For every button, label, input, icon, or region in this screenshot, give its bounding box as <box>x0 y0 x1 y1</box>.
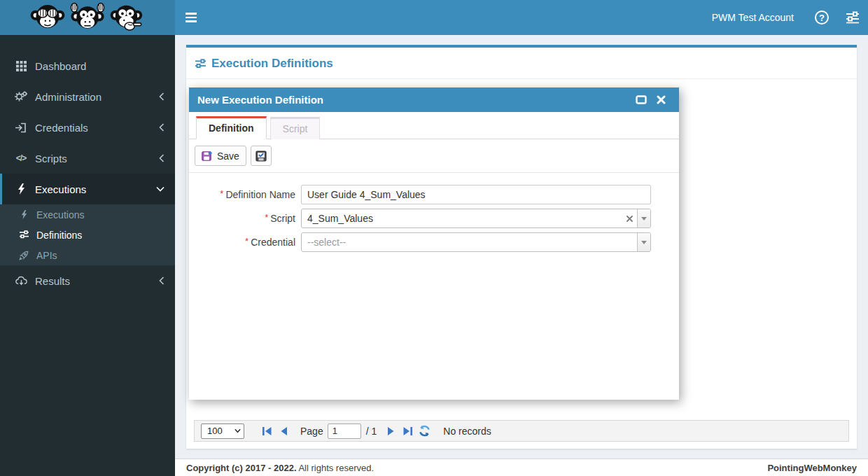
monkey-pointing-icon <box>109 2 146 33</box>
modal-toolbar: Save <box>189 139 679 173</box>
refresh-button[interactable] <box>417 424 431 439</box>
sidebar-item-label: Dashboard <box>35 60 164 72</box>
help-button[interactable]: ? <box>806 0 837 35</box>
sidebar: Dashboard Administration <box>0 35 175 476</box>
new-execution-definition-modal: New Execution Definition Definition Scri… <box>189 88 679 400</box>
page-title: Execution Definitions <box>211 57 333 71</box>
sidebar-subitem-label: APIs <box>36 250 164 261</box>
save-check-icon <box>255 150 267 162</box>
sidebar-item-results[interactable]: Results <box>0 265 175 296</box>
records-status: No records <box>443 426 491 437</box>
chevron-down-icon <box>641 217 647 220</box>
sliders-icon <box>195 59 206 69</box>
grid-icon <box>13 61 29 71</box>
executions-submenu: Executions Definitions <box>0 204 175 265</box>
settings-button[interactable] <box>837 0 868 35</box>
credential-combobox[interactable]: --select-- <box>301 232 651 252</box>
code-icon: </> <box>13 153 29 163</box>
page-number-input[interactable] <box>328 424 361 439</box>
chevron-left-icon <box>159 154 164 162</box>
rocket-icon <box>17 251 31 260</box>
save-and-close-button[interactable] <box>251 146 272 166</box>
close-button[interactable] <box>651 90 671 110</box>
content-area: Execution Definitions New Execution Defi… <box>175 35 868 458</box>
tab-script[interactable]: Script <box>270 117 321 139</box>
chevron-left-icon <box>159 92 164 101</box>
navbar-right: PWM Test Account ? <box>699 0 868 35</box>
sidebar-item-label: Executions <box>35 183 156 195</box>
form-row-credential: *Credential --select-- <box>189 232 679 252</box>
sidebar-item-dashboard[interactable]: Dashboard <box>0 50 175 81</box>
brand-logo[interactable] <box>0 0 175 35</box>
sidebar-item-label: Results <box>35 275 159 287</box>
required-asterisk: * <box>245 236 248 246</box>
sidebar-subitem-apis[interactable]: APIs <box>0 245 175 265</box>
last-page-button[interactable] <box>400 424 414 439</box>
sliders-icon <box>846 11 860 24</box>
page-size-select[interactable]: 100 <box>201 424 244 439</box>
sign-in-icon <box>13 122 29 133</box>
chevron-down-icon <box>156 186 164 192</box>
next-page-button[interactable] <box>384 424 398 439</box>
sidebar-item-scripts[interactable]: </> Scripts <box>0 143 175 174</box>
chevron-down-icon <box>641 241 647 244</box>
footer: Copyright (c) 2017 - 2022. All rights re… <box>175 458 868 476</box>
top-navbar: PWM Test Account ? <box>0 0 868 35</box>
form-row-definition-name: *Definition Name <box>189 185 679 204</box>
save-icon <box>202 150 213 162</box>
credential-dropdown-button[interactable] <box>637 233 650 251</box>
page-label: Page <box>300 426 323 437</box>
sidebar-item-credentials[interactable]: Credentials <box>0 112 175 143</box>
sidebar-subitem-label: Definitions <box>36 230 164 241</box>
sidebar-subitem-label: Executions <box>36 209 164 220</box>
required-asterisk: * <box>265 212 268 223</box>
bolt-icon <box>17 210 31 219</box>
monkey-see-no-evil-icon <box>29 2 66 33</box>
sidebar-item-label: Administration <box>35 91 159 103</box>
script-dropdown-button[interactable] <box>637 209 650 227</box>
definition-name-input[interactable] <box>301 185 651 204</box>
application-window: PWM Test Account ? <box>0 0 868 476</box>
tab-definition[interactable]: Definition <box>196 116 267 139</box>
sidebar-subitem-definitions[interactable]: Definitions <box>0 225 175 245</box>
maximize-button[interactable] <box>631 90 651 110</box>
save-button[interactable]: Save <box>195 146 246 166</box>
chevron-left-icon <box>159 123 164 132</box>
modal-tabs: Definition Script <box>189 112 679 139</box>
help-icon: ? <box>815 10 829 24</box>
cloud-download-icon <box>13 276 29 286</box>
copyright-text: Copyright (c) 2017 - 2022. All rights re… <box>186 463 767 473</box>
script-combobox[interactable]: 4_Sum_Values <box>301 209 651 228</box>
modal-header: New Execution Definition <box>189 88 679 112</box>
modal-title: New Execution Definition <box>197 94 631 106</box>
clear-icon[interactable] <box>622 216 637 222</box>
account-label: PWM Test Account <box>712 12 794 23</box>
chevron-left-icon <box>159 276 164 285</box>
sliders-icon <box>17 230 31 239</box>
field-label: *Script <box>189 213 301 224</box>
panel-heading: Execution Definitions <box>186 48 857 79</box>
execution-definitions-panel: Execution Definitions New Execution Defi… <box>186 45 857 449</box>
bolt-icon <box>13 183 29 195</box>
required-asterisk: * <box>220 188 223 199</box>
sidebar-toggle-button[interactable] <box>175 0 207 35</box>
sidebar-subitem-executions[interactable]: Executions <box>0 204 175 225</box>
previous-page-button[interactable] <box>276 424 290 439</box>
account-menu[interactable]: PWM Test Account <box>699 0 806 35</box>
field-label: *Credential <box>189 237 301 248</box>
sidebar-item-label: Scripts <box>35 153 159 164</box>
total-pages-label: / 1 <box>366 426 377 437</box>
hamburger-icon <box>186 13 197 22</box>
gears-icon <box>13 91 29 102</box>
credential-value: --select-- <box>302 237 637 248</box>
sidebar-item-administration[interactable]: Administration <box>0 81 175 112</box>
form-row-script: *Script 4_Sum_Values <box>189 209 679 228</box>
first-page-button[interactable] <box>260 424 274 439</box>
sidebar-item-label: Credentials <box>35 122 159 134</box>
pagination-bar: 100 Page / 1 <box>194 420 849 442</box>
sidebar-item-executions[interactable]: Executions <box>0 174 175 204</box>
script-value: 4_Sum_Values <box>302 213 622 224</box>
field-label: *Definition Name <box>189 189 301 200</box>
monkey-hands-up-icon <box>69 2 106 33</box>
footer-brand: PointingWebMonkey <box>767 463 857 473</box>
